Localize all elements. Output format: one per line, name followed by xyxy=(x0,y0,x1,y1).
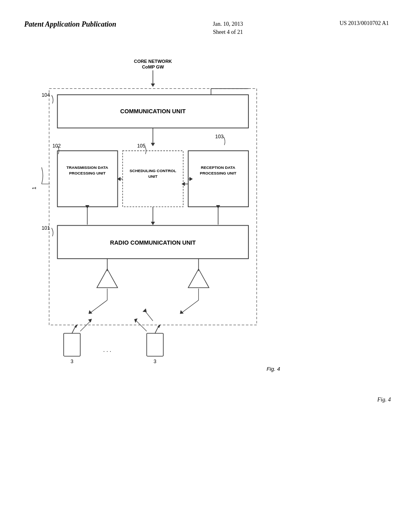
svg-marker-52 xyxy=(88,319,92,322)
svg-marker-20 xyxy=(190,177,193,181)
ref-105: 105 xyxy=(137,143,146,149)
svg-rect-14 xyxy=(188,151,248,207)
svg-marker-2 xyxy=(151,83,155,87)
svg-text:PROCESSING UNIT: PROCESSING UNIT xyxy=(69,171,106,175)
svg-text:PROCESSING UNIT: PROCESSING UNIT xyxy=(200,171,236,175)
svg-marker-54 xyxy=(134,318,138,323)
ref-101: 101 xyxy=(42,225,50,231)
svg-text:CoMP GW: CoMP GW xyxy=(142,64,164,69)
sheet-info: Sheet 4 of 21 xyxy=(213,29,243,35)
header-center: Jan. 10, 2013 Sheet 4 of 21 xyxy=(213,20,243,36)
svg-text:3: 3 xyxy=(154,359,156,364)
svg-text:UNIT: UNIT xyxy=(148,174,158,179)
svg-line-51 xyxy=(80,321,91,331)
svg-line-36 xyxy=(91,300,107,313)
core-network-label: CORE NETWORK xyxy=(134,59,172,64)
svg-rect-47 xyxy=(147,333,163,356)
ref-102: 102 xyxy=(52,143,61,149)
publication-title: Patent Application Publication xyxy=(24,20,116,29)
svg-text:TRANSMISSION DATA: TRANSMISSION DATA xyxy=(67,165,108,170)
svg-marker-33 xyxy=(188,269,209,288)
svg-line-38 xyxy=(182,300,198,313)
svg-marker-7 xyxy=(151,143,155,146)
svg-marker-24 xyxy=(151,222,155,225)
svg-rect-8 xyxy=(57,151,117,207)
svg-text:RECEPTION DATA: RECEPTION DATA xyxy=(201,165,235,170)
svg-rect-11 xyxy=(123,151,183,207)
ref-104: 104 xyxy=(42,92,50,98)
svg-rect-42 xyxy=(64,333,80,356)
svg-line-53 xyxy=(136,321,147,331)
ref-label-1: 1 xyxy=(31,187,37,189)
svg-text:. . .: . . . xyxy=(103,347,111,353)
patent-diagram: CORE NETWORK CoMP GW 1 COMMUNICATION UNI… xyxy=(24,52,307,415)
page-header: Patent Application Publication Jan. 10, … xyxy=(0,20,413,36)
svg-marker-22 xyxy=(181,182,185,186)
comm-unit-text: COMMUNICATION UNIT xyxy=(120,108,186,114)
patent-number: US 2013/0010702 A1 xyxy=(340,20,389,27)
svg-marker-41 xyxy=(142,308,146,312)
ref-103: 103 xyxy=(215,134,224,139)
radio-unit-text: RADIO COMMUNICATION UNIT xyxy=(110,239,196,246)
svg-marker-32 xyxy=(97,269,117,288)
svg-text:3: 3 xyxy=(71,359,73,364)
fig-label: Fig. 4 xyxy=(267,366,280,372)
fig-label-text: Fig. 4 xyxy=(378,397,391,403)
date-sheet: Jan. 10, 2013 xyxy=(213,21,243,27)
svg-text:SCHEDULING CONTROL: SCHEDULING CONTROL xyxy=(129,168,176,173)
